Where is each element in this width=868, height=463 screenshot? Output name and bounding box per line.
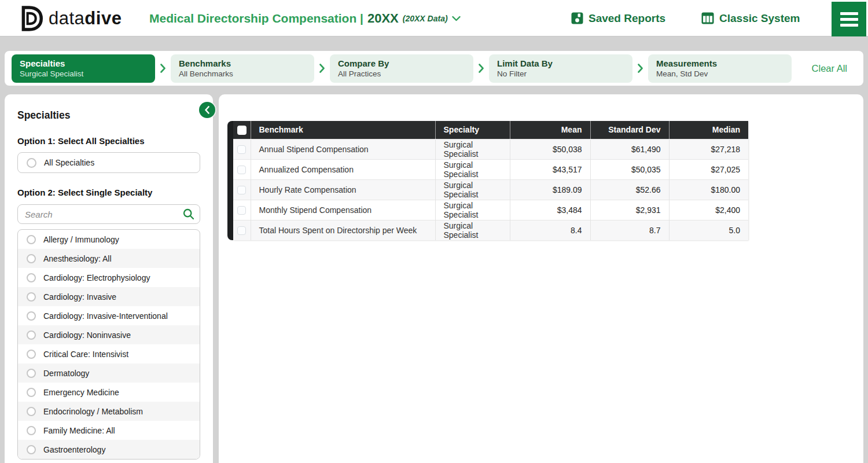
chevron-right-icon	[155, 64, 171, 73]
table-row: Hourly Rate Compensation Surgical Specia…	[233, 179, 748, 200]
step-value: Surgical Specialist	[20, 69, 155, 79]
brand-logo[interactable]: datadive	[20, 5, 122, 32]
specialty-option[interactable]: Anesthesiology: All	[18, 249, 200, 268]
filter-step-bar: Specialties Surgical Specialist Benchmar…	[5, 51, 863, 86]
benchmark-cell: Monthly Stipend Compensation	[251, 200, 435, 220]
results-panel: Benchmark Specialty Mean Standard Dev Me…	[219, 94, 863, 463]
all-specialties-label: All Specialties	[44, 158, 94, 167]
select-all-checkbox[interactable]	[237, 126, 247, 135]
column-header-median[interactable]: Median	[669, 121, 748, 139]
mean-cell: $189.09	[510, 179, 590, 200]
specialty-option[interactable]: Critical Care: Intensivist	[18, 344, 200, 363]
radio-button[interactable]	[27, 350, 36, 359]
brand-name-regular: data	[49, 8, 84, 28]
classic-system-button[interactable]: Classic System	[701, 0, 800, 36]
saved-reports-button[interactable]: Saved Reports	[571, 0, 665, 36]
step-benchmarks[interactable]: Benchmarks All Benchmarks	[171, 54, 314, 83]
row-checkbox[interactable]	[237, 186, 246, 194]
step-label: Benchmarks	[179, 58, 314, 69]
std-dev-cell: $2,931	[590, 200, 669, 220]
specialty-option[interactable]: Cardiology: Noninvasive	[18, 325, 200, 344]
median-cell: $2,400	[669, 200, 748, 220]
median-cell: $27,025	[669, 159, 748, 179]
radio-button[interactable]	[27, 407, 36, 416]
specialty-label: Anesthesiology: All	[43, 254, 112, 263]
specialties-sidebar: Specialties Option 1: Select All Special…	[5, 94, 213, 463]
step-value: Mean, Std Dev	[656, 69, 792, 79]
option1-heading: Option 1: Select All Specialties	[17, 136, 200, 146]
table-header-row: Benchmark Specialty Mean Standard Dev Me…	[233, 121, 748, 139]
save-icon	[571, 12, 583, 24]
saved-reports-label: Saved Reports	[589, 12, 665, 25]
benchmark-table-zone: Benchmark Specialty Mean Standard Dev Me…	[227, 121, 748, 240]
step-compare-by[interactable]: Compare By All Practices	[330, 54, 473, 83]
specialty-label: Cardiology: Invasive	[43, 292, 116, 302]
step-limit-data-by[interactable]: Limit Data By No Filter	[489, 54, 632, 83]
column-header-benchmark[interactable]: Benchmark	[251, 121, 435, 139]
chevron-right-icon	[632, 64, 648, 73]
radio-button[interactable]	[27, 369, 36, 378]
radio-button[interactable]	[27, 388, 36, 397]
benchmark-table: Benchmark Specialty Mean Standard Dev Me…	[233, 121, 748, 240]
radio-button[interactable]	[27, 292, 36, 302]
radio-button[interactable]	[27, 158, 36, 168]
brand-name-bold: dive	[84, 8, 122, 28]
columns-icon	[701, 12, 714, 24]
mean-cell: 8.4	[510, 220, 590, 240]
option2-heading: Option 2: Select Single Specialty	[17, 188, 200, 197]
step-measurements[interactable]: Measurements Mean, Std Dev	[648, 54, 792, 83]
column-header-specialty[interactable]: Specialty	[435, 121, 510, 139]
radio-button[interactable]	[27, 235, 36, 244]
chevron-down-icon	[452, 16, 461, 21]
report-title-dropdown[interactable]: Medical Directorship Compensation | 20XX…	[149, 0, 461, 36]
specialty-option[interactable]: Emergency Medicine	[18, 383, 200, 402]
mean-cell: $3,484	[510, 200, 590, 220]
median-cell: $27,218	[669, 139, 748, 159]
specialty-label: Endocrinology / Metabolism	[43, 407, 143, 416]
clear-all-button[interactable]: Clear All	[812, 63, 847, 74]
radio-button[interactable]	[27, 445, 36, 454]
specialty-option[interactable]: Cardiology: Electrophysiology	[18, 268, 200, 287]
column-header-standard-dev[interactable]: Standard Dev	[590, 121, 669, 139]
specialty-option[interactable]: Cardiology: Invasive-Interventional	[18, 306, 200, 325]
radio-button[interactable]	[27, 426, 36, 435]
brand-name: datadive	[49, 8, 122, 29]
specialty-option[interactable]: Family Medicine: All	[18, 421, 200, 440]
radio-button[interactable]	[27, 311, 36, 321]
all-specialties-option[interactable]: All Specialties	[17, 152, 200, 173]
specialty-label: Emergency Medicine	[43, 388, 119, 397]
sidebar-collapse-button[interactable]	[199, 102, 215, 118]
specialty-cell: Surgical Specialist	[435, 179, 510, 200]
std-dev-cell: $52.66	[590, 179, 669, 200]
specialty-option[interactable]: Allergy / Immunology	[18, 230, 200, 249]
specialty-cell: Surgical Specialist	[435, 159, 510, 179]
radio-button[interactable]	[27, 254, 36, 263]
step-specialties[interactable]: Specialties Surgical Specialist	[12, 54, 155, 83]
specialty-option[interactable]: Gastroenterology	[18, 440, 200, 459]
specialty-cell: Surgical Specialist	[435, 220, 510, 240]
app-page: datadive Medical Directorship Compensati…	[0, 0, 868, 463]
specialty-label: Cardiology: Electrophysiology	[43, 273, 150, 282]
specialty-option[interactable]: Cardiology: Invasive	[18, 287, 200, 306]
specialty-option[interactable]: Dermatology	[18, 363, 200, 383]
column-header-mean[interactable]: Mean	[510, 121, 590, 139]
step-label: Measurements	[656, 58, 792, 69]
row-checkbox[interactable]	[237, 166, 246, 174]
table-row: Total Hours Spent on Directorship per We…	[233, 220, 748, 240]
specialty-option[interactable]: Endocrinology / Metabolism	[18, 402, 200, 421]
step-label: Compare By	[338, 58, 473, 69]
specialty-label: Allergy / Immunology	[43, 235, 119, 244]
search-icon	[183, 208, 194, 222]
benchmark-cell: Total Hours Spent on Directorship per We…	[251, 220, 435, 240]
step-label: Specialties	[20, 58, 155, 69]
radio-button[interactable]	[27, 273, 36, 282]
row-checkbox[interactable]	[237, 226, 246, 235]
row-checkbox[interactable]	[237, 145, 246, 154]
sidebar-title: Specialties	[17, 109, 200, 122]
chevron-right-icon	[314, 64, 330, 73]
hamburger-menu-button[interactable]	[832, 2, 866, 36]
row-checkbox[interactable]	[237, 206, 246, 215]
top-header: datadive Medical Directorship Compensati…	[0, 0, 868, 36]
radio-button[interactable]	[27, 330, 36, 340]
search-input[interactable]	[17, 204, 200, 224]
